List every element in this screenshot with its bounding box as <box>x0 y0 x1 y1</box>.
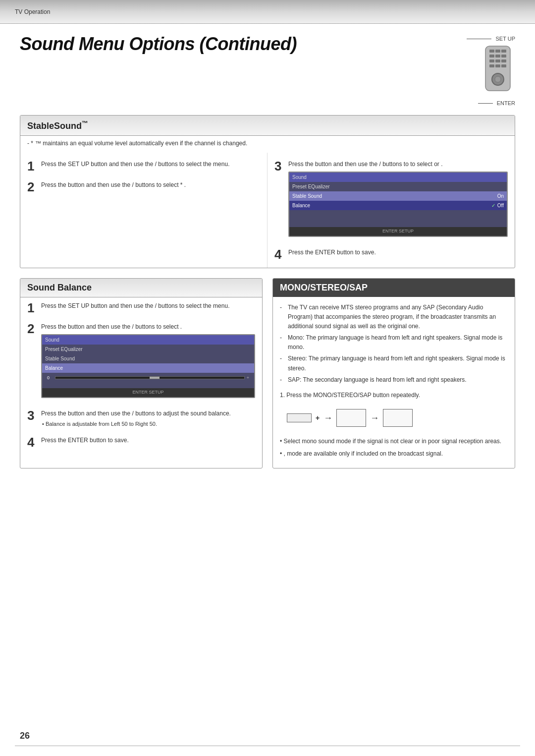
osd-row-4 <box>289 210 507 217</box>
header-bar: TV Operation <box>0 0 535 24</box>
mono-stereo-sap-info: The TV can receive MTS stereo programs a… <box>273 297 515 468</box>
osd-footer: ENTER SETUP <box>289 227 507 236</box>
bottom-two-col: Sound Balance 1 Press the SET UP button … <box>20 278 515 478</box>
svg-rect-5 <box>495 55 500 58</box>
bullet-1: The TV can receive MTS stereo programs a… <box>280 303 508 332</box>
bullet-3: Stereo: The primary language is heard fr… <box>280 354 508 373</box>
sound-balance-osd: Sound Preset EQualizer Stable Sound Bala… <box>41 334 255 398</box>
svg-rect-11 <box>495 64 500 67</box>
step4-content: Press the ENTER button to save. <box>288 248 508 261</box>
setup-label: SET UP <box>495 36 515 42</box>
balance-slider-fill <box>150 377 160 379</box>
sound-balance-section: Sound Balance 1 Press the SET UP button … <box>20 278 263 468</box>
bullet-4: SAP: The secondary language is heard fro… <box>280 375 508 385</box>
sound-balance-step4: 4 Press the ENTER button to save. <box>20 432 262 453</box>
stable-sound-left: 1 Press the SET UP button and then use t… <box>20 153 268 268</box>
remote-illustration: SET UP <box>467 36 515 106</box>
sb-osd-row-2: Stable Sound <box>42 354 254 363</box>
page-number: 26 <box>20 731 30 741</box>
sb-step3-note: Balance is adjustable from Left 50 to Ri… <box>41 420 255 428</box>
stable-sound-section: StableSound™ - *™ maintains an equal vol… <box>20 115 515 268</box>
title-section: Sound Menu Options (Continued) SET UP <box>20 34 515 106</box>
page-title: Sound Menu Options (Continued) <box>20 34 297 55</box>
svg-rect-8 <box>495 59 500 62</box>
stable-sound-step2: 2 Press the button and then use the / bu… <box>20 176 267 197</box>
sound-balance-header: Sound Balance <box>20 279 262 297</box>
osd-row-6 <box>289 222 507 227</box>
flow-box-1 <box>336 409 366 427</box>
main-content: Sound Menu Options (Continued) SET UP <box>0 24 535 508</box>
sb-step4-content: Press the ENTER button to save. <box>41 436 255 449</box>
sb-osd-row-1: Preset EQualizer <box>42 345 254 354</box>
step3-content: Press the button and then use the / butt… <box>288 160 508 240</box>
osd-row-1: Preset EQualizer <box>289 182 507 191</box>
mono-stereo-sap-header: MONO/STEREO/SAP <box>273 279 515 297</box>
osd-row-3: Balance ✓Off <box>289 201 507 210</box>
stable-sound-step1: 1 Press the SET UP button and then use t… <box>20 156 267 176</box>
enter-label: ENTER <box>497 100 515 106</box>
svg-rect-10 <box>489 64 494 67</box>
svg-rect-7 <box>489 59 494 62</box>
sound-balance-step3: 3 Press the button and then use the / bu… <box>20 405 262 432</box>
stable-sound-step4: 4 Press the ENTER button to save. <box>268 244 515 265</box>
sb-balance-slider-row: 0 + <box>42 373 254 384</box>
flow-box-main <box>287 413 312 422</box>
svg-rect-12 <box>501 64 506 67</box>
sb-osd-footer: ENTER SETUP <box>42 388 254 397</box>
svg-rect-6 <box>501 55 506 58</box>
remote-icon <box>481 44 515 98</box>
svg-rect-4 <box>489 55 494 58</box>
stable-sound-right: 3 Press the button and then use the / bu… <box>268 153 515 268</box>
stable-sound-header: StableSound™ <box>20 116 515 136</box>
mss-step1-text: 1. Press the MONO/STEREO/SAP button repe… <box>280 391 508 400</box>
mss-note1: • Select mono sound mode if the signal i… <box>280 437 508 446</box>
sound-balance-step1: 1 Press the SET UP button and then use t… <box>20 297 262 318</box>
sb-step1-content: Press the SET UP button and then use the… <box>41 301 255 314</box>
svg-point-14 <box>495 76 501 82</box>
flow-diagram: + → → <box>280 403 508 433</box>
sound-balance-step2: 2 Press the button and then use the / bu… <box>20 318 262 405</box>
stable-sound-osd: Sound Preset EQualizer Stable Sound On B… <box>288 172 508 237</box>
stable-sound-steps: 1 Press the SET UP button and then use t… <box>20 153 515 268</box>
header-label: TV Operation <box>15 8 50 15</box>
svg-rect-9 <box>501 59 506 62</box>
sb-step3-content: Press the button and then use the / butt… <box>41 409 255 428</box>
sb-step2-content: Press the button and then use the / butt… <box>41 322 255 401</box>
flow-box-2 <box>383 409 413 427</box>
osd-title: Sound <box>289 173 507 182</box>
step2-content: Press the button and then use the / butt… <box>41 180 260 193</box>
svg-rect-3 <box>501 50 506 53</box>
mono-stereo-sap-section: MONO/STEREO/SAP The TV can receive MTS s… <box>272 278 515 468</box>
step1-content: Press the SET UP button and then use the… <box>41 160 260 173</box>
svg-rect-1 <box>489 50 494 53</box>
sb-osd-title: Sound <box>42 335 254 345</box>
mss-note2: • , mode are available only if included … <box>280 449 508 459</box>
osd-row-5 <box>289 217 507 222</box>
balance-slider-track <box>55 376 245 379</box>
osd-row-2: Stable Sound On <box>289 191 507 201</box>
bottom-line <box>15 746 520 746</box>
sb-osd-row-5 <box>42 383 254 388</box>
stable-sound-step3: 3 Press the button and then use the / bu… <box>268 156 515 244</box>
svg-rect-2 <box>495 50 500 53</box>
bullet-2: Mono: The primary language is heard from… <box>280 333 508 352</box>
sb-osd-row-3: Balance <box>42 363 254 373</box>
stable-sound-note: - *™ maintains an equal volume level aut… <box>20 136 515 153</box>
